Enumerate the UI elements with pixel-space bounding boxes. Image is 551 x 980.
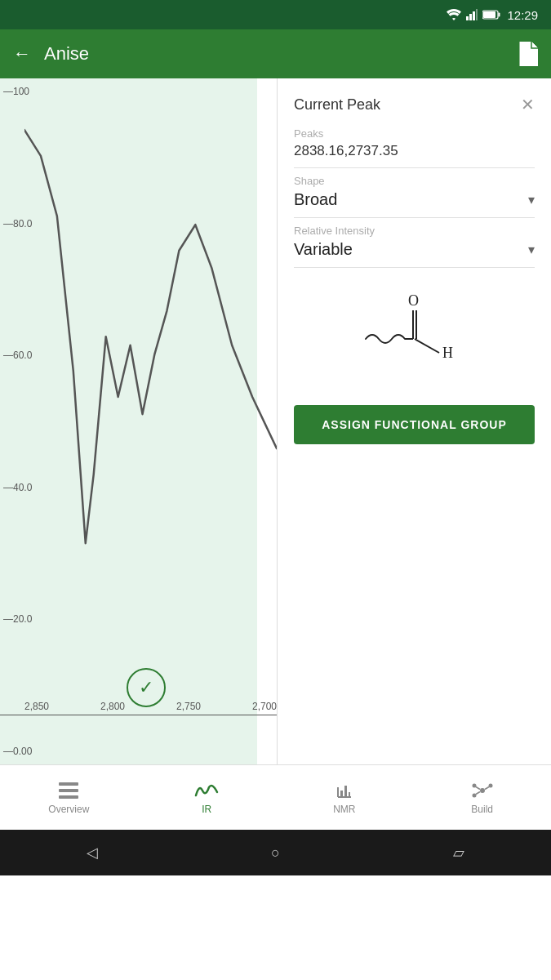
svg-rect-19	[344, 786, 347, 797]
svg-line-26	[485, 786, 489, 789]
wifi-icon	[447, 9, 461, 20]
relative-intensity-chevron-icon: ▾	[528, 242, 535, 257]
chart-svg	[24, 78, 277, 715]
panel-area: Current Peak ✕ Peaks 2838.16,2737.35 Sha…	[278, 78, 551, 764]
svg-text:O: O	[408, 292, 419, 309]
svg-rect-15	[59, 795, 78, 799]
svg-point-23	[488, 783, 492, 787]
android-nav: ◁ ○ ▱	[0, 830, 551, 875]
peaks-section: Peaks 2838.16,2737.35	[294, 127, 535, 168]
bottom-nav: Overview IR NMR Build	[0, 764, 551, 830]
nav-item-overview[interactable]: Overview	[0, 781, 138, 815]
svg-text:H: H	[442, 345, 453, 361]
check-icon: ✓	[139, 677, 153, 698]
recents-android-button[interactable]: ▱	[453, 844, 464, 862]
close-button[interactable]: ✕	[521, 95, 535, 114]
svg-rect-0	[466, 16, 469, 20]
nav-label-overview: Overview	[48, 804, 89, 815]
molecule-svg: O H	[358, 286, 472, 384]
svg-point-21	[480, 788, 485, 793]
svg-rect-13	[59, 782, 78, 786]
overview-icon	[57, 781, 80, 800]
peaks-label: Peaks	[294, 127, 535, 140]
chart-area: —100 —80.0 —60.0 —40.0 —20.0 —0.00 2,850…	[0, 78, 278, 764]
svg-line-25	[476, 786, 480, 789]
svg-rect-5	[483, 11, 495, 18]
nav-label-ir: IR	[202, 804, 211, 815]
build-icon	[471, 781, 494, 800]
svg-point-24	[472, 793, 476, 797]
svg-line-27	[476, 791, 480, 794]
back-android-button[interactable]: ◁	[87, 844, 98, 862]
svg-point-22	[472, 783, 476, 787]
x-label-2800: 2,800	[100, 701, 125, 712]
svg-rect-18	[340, 791, 343, 797]
nav-item-ir[interactable]: IR	[138, 781, 276, 815]
svg-rect-20	[349, 792, 350, 797]
nav-item-nmr[interactable]: NMR	[276, 781, 414, 815]
ir-icon	[194, 781, 219, 800]
x-label-2700: 2,700	[252, 701, 277, 712]
shape-field: Shape Broad ▾	[294, 175, 535, 218]
svg-rect-2	[473, 11, 475, 20]
molecule-structure: O H	[294, 278, 535, 392]
nav-item-build[interactable]: Build	[413, 781, 551, 815]
time-display: 12:29	[507, 8, 538, 22]
nav-label-build: Build	[471, 804, 493, 815]
relative-intensity-field: Relative Intensity Variable ▾	[294, 225, 535, 268]
panel-title: Current Peak	[294, 96, 380, 114]
status-icons	[447, 9, 500, 20]
svg-rect-1	[469, 14, 472, 20]
x-label-2850: 2,850	[24, 701, 49, 712]
panel-header: Current Peak ✕	[294, 95, 535, 114]
nav-label-nmr: NMR	[333, 804, 355, 815]
relative-intensity-label: Relative Intensity	[294, 225, 535, 237]
x-label-2750: 2,750	[176, 701, 201, 712]
svg-rect-14	[59, 789, 78, 792]
signal-icon	[466, 9, 478, 20]
nmr-icon	[334, 781, 355, 800]
document-icon[interactable]	[517, 42, 538, 66]
svg-rect-3	[476, 9, 478, 20]
chart-baseline	[0, 715, 277, 716]
shape-dropdown[interactable]: Broad ▾	[294, 190, 535, 218]
app-bar: ← Anise	[0, 29, 551, 78]
app-title: Anise	[44, 43, 504, 65]
relative-intensity-value: Variable	[294, 240, 353, 259]
back-button[interactable]: ←	[13, 43, 31, 65]
assign-functional-group-button[interactable]: ASSIGN FUNCTIONAL GROUP	[294, 405, 535, 444]
home-android-button[interactable]: ○	[271, 844, 280, 862]
shape-chevron-icon: ▾	[528, 192, 535, 207]
chart-svg-container	[24, 78, 277, 715]
check-circle[interactable]: ✓	[127, 668, 166, 707]
svg-line-11	[415, 339, 439, 353]
shape-label: Shape	[294, 175, 535, 187]
shape-value: Broad	[294, 190, 337, 209]
relative-intensity-dropdown[interactable]: Variable ▾	[294, 240, 535, 268]
peaks-value: 2838.16,2737.35	[294, 143, 535, 168]
status-bar: 12:29	[0, 0, 551, 29]
main-content: —100 —80.0 —60.0 —40.0 —20.0 —0.00 2,850…	[0, 78, 551, 764]
battery-icon	[482, 10, 500, 20]
y-label-0: —0.00	[3, 746, 32, 756]
svg-rect-6	[499, 13, 500, 17]
